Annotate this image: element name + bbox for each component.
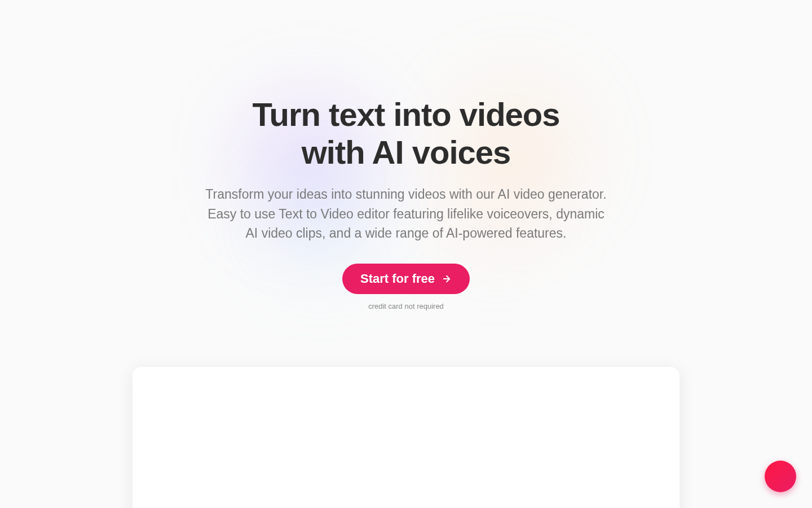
- hero-section: Turn text into videos with AI voices Tra…: [0, 0, 812, 508]
- start-free-button[interactable]: Start for free: [342, 264, 470, 294]
- page-subheadline: Transform your ideas into stunning video…: [203, 185, 609, 243]
- video-preview-card: [133, 367, 679, 508]
- credit-card-note: credit card not required: [152, 302, 660, 310]
- headline-line-1: Turn text into videos: [252, 96, 559, 133]
- page-headline: Turn text into videos with AI voices: [152, 96, 660, 171]
- chat-fab-button[interactable]: [765, 461, 796, 492]
- arrow-right-icon: [442, 274, 452, 284]
- cta-label: Start for free: [360, 271, 435, 286]
- headline-line-2: with AI voices: [302, 134, 511, 170]
